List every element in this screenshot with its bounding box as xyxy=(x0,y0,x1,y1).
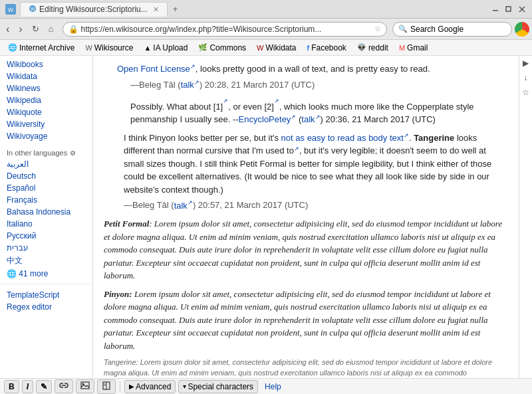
sidebar-item-templatescript[interactable]: TemplateScript xyxy=(0,289,92,301)
lock-icon: 🔒 xyxy=(68,25,78,34)
toolbar-separator-1 xyxy=(120,381,120,392)
minimize-button[interactable] xyxy=(491,5,500,14)
content-body: Open Font License, looks pretty good in … xyxy=(104,62,503,378)
arrow-right-icon: ▶ xyxy=(129,383,134,390)
search-text: Search Google xyxy=(410,25,464,34)
titlebar-left: W W Editing Wikisource:Scriptoriu... ✕ + xyxy=(5,2,183,17)
advanced-dropdown[interactable]: ▶ Advanced xyxy=(124,380,176,393)
bookmark-wikisource[interactable]: W Wikisource xyxy=(81,42,137,54)
sidebar-item-wikinews[interactable]: Wikinews xyxy=(0,82,92,94)
open-font-license-link[interactable]: Open Font License xyxy=(117,64,196,74)
petit-label: Petit Formal xyxy=(104,219,149,229)
facebook-icon: f xyxy=(307,44,310,52)
sidebar-item-italiano[interactable]: Italiano xyxy=(0,218,92,230)
other-languages-section: In other languages ⚙ xyxy=(0,146,92,158)
pinyon-label: Pinyon: xyxy=(104,289,132,299)
paragraph-2: Possibly. What about [1], or even [2], w… xyxy=(130,97,503,126)
bookmark-label: Internet Archive xyxy=(19,43,74,52)
link-button[interactable] xyxy=(55,379,73,393)
paragraph-1: Open Font License, looks pretty good in … xyxy=(117,62,503,92)
close-tab-button[interactable]: ✕ xyxy=(153,5,159,14)
tangerine-label: Tangerine: xyxy=(104,358,138,366)
sidebar-item-deutsch[interactable]: Deutsch xyxy=(0,170,92,182)
new-tab-button[interactable]: + xyxy=(168,2,184,16)
talk-link-1[interactable]: talk xyxy=(181,80,200,90)
sidebar-item-wikipedia[interactable]: Wikipedia xyxy=(0,94,92,106)
sidebar-item-wikiversity[interactable]: Wikiversity xyxy=(0,118,92,130)
sidebar: Wikibooks Wikidata Wikinews Wikipedia Wi… xyxy=(0,56,93,378)
book-button[interactable] xyxy=(97,379,116,394)
svg-rect-9 xyxy=(81,382,89,389)
sidebar-item-more-languages[interactable]: 🌐 41 more xyxy=(0,268,92,280)
bookmark-label: Facebook xyxy=(311,43,346,52)
gmail-icon: M xyxy=(399,44,405,52)
bookmark-facebook[interactable]: f Facebook xyxy=(303,42,350,54)
sidebar-item-chinese[interactable]: 中文 xyxy=(0,254,92,268)
italic-button[interactable]: I xyxy=(22,380,33,393)
sidebar-item-wikidata[interactable]: Wikidata xyxy=(0,70,92,82)
navbar: ‹ › ↻ ⌂ 🔒 https://en.wikisource.org/w/in… xyxy=(0,19,532,40)
special-characters-dropdown[interactable]: ▾ Special characters xyxy=(178,380,258,393)
sidebar-item-hebrew[interactable]: עברית xyxy=(0,242,92,254)
bookmark-label: Wikisource xyxy=(94,43,134,52)
bookmark-reddit[interactable]: 👽 reddit xyxy=(353,42,392,54)
internet-archive-icon: 🌐 xyxy=(8,43,17,52)
back-button[interactable]: ‹ xyxy=(3,21,13,37)
bookmark-sidebar-button[interactable]: ☆ xyxy=(522,88,529,97)
help-button[interactable]: Help xyxy=(261,381,285,393)
url-text: https://en.wikisource.org/w/index.php?ti… xyxy=(81,25,372,34)
body-text-link[interactable] xyxy=(404,134,409,142)
sidebar-item-wikibooks[interactable]: Wikibooks xyxy=(0,58,92,70)
sidebar-item-wikivoyage[interactable]: Wikivoyage xyxy=(0,130,92,142)
search-bar[interactable]: 🔍 Search Google xyxy=(392,22,512,37)
editor-toolbar: B I ✎ ▶ Advanced ▾ Special characters He… xyxy=(0,378,532,394)
settings-icon[interactable]: ⚙ xyxy=(70,149,76,157)
bookmark-wikidata[interactable]: W Wikidata xyxy=(253,42,300,54)
signature-button[interactable]: ✎ xyxy=(36,380,52,393)
paragraph-3: I think Pinyon looks better per se, but … xyxy=(124,132,503,212)
tangerine-demo: Tangerine: Lorem ipsum dolor sit amet, c… xyxy=(104,357,503,378)
sidebar-item-espanol[interactable]: Español xyxy=(0,182,92,194)
talk-link-3[interactable]: talk xyxy=(174,201,193,211)
restore-button[interactable] xyxy=(504,5,513,14)
active-tab[interactable]: W Editing Wikisource:Scriptoriu... ✕ xyxy=(20,2,168,17)
talk-link-2[interactable]: talk xyxy=(301,114,320,124)
main-content: Open Font License, looks pretty good in … xyxy=(93,56,519,378)
home-button[interactable]: ⌂ xyxy=(45,22,57,36)
download-button[interactable]: ↓ xyxy=(524,73,528,82)
sidebar-item-francais[interactable]: Français xyxy=(0,194,92,206)
sidebar-item-arabic[interactable]: العربية xyxy=(0,158,92,170)
bookmark-internet-archive[interactable]: 🌐 Internet Archive xyxy=(4,42,78,54)
bookmark-gmail[interactable]: M Gmail xyxy=(395,42,432,54)
chrome-menu-button[interactable] xyxy=(515,22,529,37)
bold-button[interactable]: B xyxy=(4,380,19,393)
image-button[interactable] xyxy=(76,379,94,393)
bookmark-label: Commons xyxy=(209,43,246,52)
refresh-button[interactable]: ↻ xyxy=(29,22,43,36)
ref2-link[interactable] xyxy=(274,99,279,107)
bookmark-ia-upload[interactable]: ▲ IA Upload xyxy=(140,42,192,54)
sidebar-item-bahasa[interactable]: Bahasa Indonesia xyxy=(0,206,92,218)
wikidata-icon: W xyxy=(257,44,263,52)
browser-content: Wikibooks Wikidata Wikinews Wikipedia Wi… xyxy=(0,56,532,378)
window-controls xyxy=(491,5,527,14)
forward-button[interactable]: › xyxy=(15,21,25,37)
sidebar-item-regex-editor[interactable]: Regex editor xyxy=(0,301,92,313)
address-icons: ☆ xyxy=(374,25,381,33)
ia-upload-icon: ▲ xyxy=(144,44,151,52)
sidebar-item-wikiquote[interactable]: Wikiquote xyxy=(0,106,92,118)
tab-favicon: W xyxy=(29,5,37,15)
help-label: Help xyxy=(265,382,281,391)
used-to-link[interactable] xyxy=(294,147,299,155)
encyclopetey-link[interactable]: EncycloPetey xyxy=(239,114,297,124)
svg-rect-5 xyxy=(506,7,511,11)
dropdown-arrow-icon: ▾ xyxy=(183,383,186,390)
sidebar-item-russian[interactable]: Русский xyxy=(0,230,92,242)
close-button[interactable] xyxy=(517,5,527,14)
address-bar[interactable]: 🔒 https://en.wikisource.org/w/index.php?… xyxy=(63,22,387,37)
bookmark-icon[interactable]: ☆ xyxy=(374,25,381,33)
bookmark-label: IA Upload xyxy=(153,43,188,52)
sidebar-toggle-button[interactable]: ▶ xyxy=(523,58,529,68)
bookmark-commons[interactable]: 🌿 Commons xyxy=(194,42,250,54)
not-easy-link[interactable]: not as easy to read as body text xyxy=(281,133,404,143)
